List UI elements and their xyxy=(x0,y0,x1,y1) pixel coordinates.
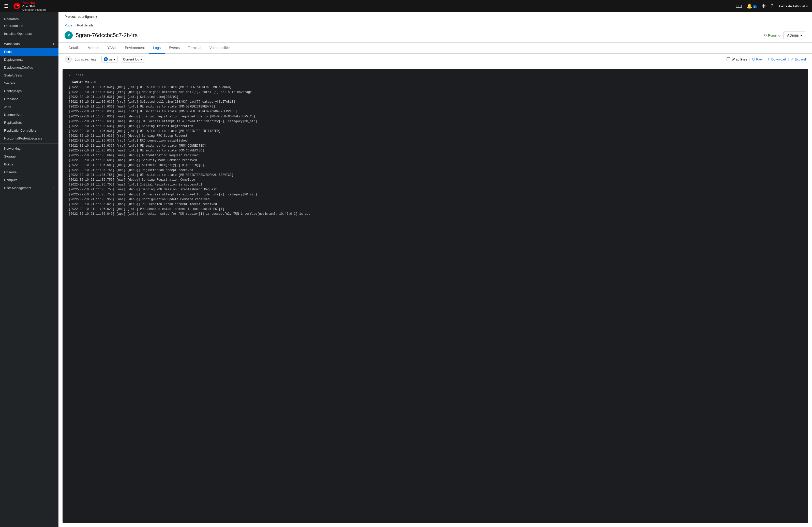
add-icon[interactable]: ✚ xyxy=(762,3,766,9)
tab-environment[interactable]: Environment xyxy=(121,43,149,54)
sidebar-section-user-management[interactable]: User Management › xyxy=(0,184,58,192)
sidebar-item-cronjobs[interactable]: CronJobs xyxy=(0,95,58,103)
log-line: [2022-02-10 21:11:05.755] [nas] [debug] … xyxy=(69,192,802,197)
container-select[interactable]: C ue ▾ xyxy=(101,56,117,62)
sidebar-section-networking[interactable]: Networking › xyxy=(0,145,58,152)
sidebar-item-label: Secrets xyxy=(4,81,15,85)
sidebar-item-configmaps[interactable]: ConfigMaps xyxy=(0,87,58,95)
user-menu[interactable]: Alexis de Talhouët ▾ xyxy=(779,4,808,8)
raw-label: Raw xyxy=(756,57,763,61)
download-icon: ⬇ xyxy=(768,57,770,61)
sidebar-item-daemonsets[interactable]: DaemonSets xyxy=(0,111,58,119)
log-line-count: 28 lines xyxy=(69,73,802,78)
tab-logs[interactable]: Logs xyxy=(149,43,165,54)
log-line: [2022-02-10 21:11:05.755] [nas] [debug] … xyxy=(69,178,802,182)
project-bar: Project: open5gran ▾ xyxy=(58,12,812,21)
pause-streaming-button[interactable]: ⏸ xyxy=(64,56,72,63)
content-area: Project: open5gran ▾ Pods > Pod details … xyxy=(58,12,812,527)
hamburger-menu-icon[interactable]: ☰ xyxy=(4,3,8,9)
actions-label: Actions xyxy=(787,33,799,38)
tab-metrics[interactable]: Metrics xyxy=(84,43,103,54)
sidebar-section-compute[interactable]: Compute › xyxy=(0,176,58,184)
log-toolbar: ⏸ Log streaming... C ue ▾ Current log ▾ … xyxy=(58,54,812,65)
sidebar-section-observe[interactable]: Observe › xyxy=(0,168,58,176)
user-name: Alexis de Talhouët xyxy=(779,4,805,8)
pause-icon: ⏸ xyxy=(67,57,70,61)
separator-3: | xyxy=(788,57,789,61)
log-line: [2022-02-10 21:11:05.755] [nas] [debug] … xyxy=(69,168,802,173)
sidebar-item-replicationcontrollers[interactable]: ReplicationControllers xyxy=(0,127,58,134)
user-management-arrow: › xyxy=(53,186,54,190)
sidebar-item-hpa[interactable]: HorizontalPodAutoscalers xyxy=(0,134,58,142)
sidebar-section-storage[interactable]: Storage › xyxy=(0,152,58,160)
networking-arrow: › xyxy=(53,147,54,150)
log-output-container[interactable]: 28 lines UERANSIM v3.2.6[2022-02-10 21:1… xyxy=(62,69,808,523)
sidebar-item-secrets[interactable]: Secrets xyxy=(0,79,58,87)
download-button[interactable]: ⬇ Download xyxy=(768,57,786,61)
raw-button[interactable]: ⬡ Raw xyxy=(752,57,763,61)
log-line: [2022-02-10 21:11:06.029] [nas] [debug] … xyxy=(69,202,802,207)
actions-button[interactable]: Actions ▾ xyxy=(783,31,806,39)
observe-label: Observe xyxy=(4,170,16,174)
sidebar-item-installed-operators[interactable]: Installed Operators xyxy=(0,30,58,38)
log-streaming-label: Log streaming... xyxy=(75,57,98,61)
log-line: [2022-02-10 21:11:05.636] [rrc] [info] S… xyxy=(69,100,802,104)
builds-arrow: › xyxy=(53,163,54,166)
pod-type-icon: P xyxy=(64,31,73,39)
wrap-lines-label: Wrap lines xyxy=(732,57,747,61)
status-text: Running xyxy=(768,33,780,38)
tabs-bar: Details Metrics YAML Environment Logs Ev… xyxy=(58,43,812,54)
sidebar-item-deploymentconfigs[interactable]: DeploymentConfigs xyxy=(0,63,58,71)
actions-dropdown-arrow: ▾ xyxy=(800,33,802,38)
storage-arrow: › xyxy=(53,155,54,158)
help-icon[interactable]: ? xyxy=(771,3,773,9)
log-line: [2022-02-10 21:11:05.956] [nas] [debug] … xyxy=(69,197,802,202)
tab-vulnerabilities[interactable]: Vulnerabilities xyxy=(205,43,236,54)
breadcrumb-pods-link[interactable]: Pods xyxy=(64,24,72,27)
sidebar-item-label: CronJobs xyxy=(4,97,18,101)
page-title: 5gran-76dccbc5c7-2h4rs xyxy=(76,32,759,39)
sidebar-item-label: HorizontalPodAutoscalers xyxy=(4,136,42,140)
separator-2: | xyxy=(765,57,765,61)
sidebar-item-deployments[interactable]: Deployments xyxy=(0,56,58,63)
sidebar-item-pods[interactable]: Pods xyxy=(0,48,58,56)
brand-product: OpenShift xyxy=(23,5,46,8)
tab-terminal[interactable]: Terminal xyxy=(184,43,205,54)
expand-label: Expand xyxy=(795,57,806,61)
sidebar-item-statefulsets[interactable]: StatefulSets xyxy=(0,71,58,79)
svg-point-3 xyxy=(17,4,18,6)
tab-details[interactable]: Details xyxy=(64,43,84,54)
container-icon: C xyxy=(104,57,108,61)
log-line: [2022-02-10 21:11:05.637] [nas] [info] U… xyxy=(69,148,802,153)
log-type-arrow: ▾ xyxy=(140,57,142,61)
expand-button[interactable]: ⤢ Expand xyxy=(791,57,806,61)
tab-events[interactable]: Events xyxy=(165,43,184,54)
sidebar-item-label: OperatorHub xyxy=(4,24,23,28)
user-management-label: User Management xyxy=(4,186,31,190)
project-dropdown-arrow[interactable]: ▾ xyxy=(96,15,97,18)
sidebar-section-builds[interactable]: Builds › xyxy=(0,160,58,168)
log-line: [2022-02-10 21:11:05.755] [nas] [info] U… xyxy=(69,173,802,178)
log-line: [2022-02-10 21:11:05.636] [nas] [debug] … xyxy=(69,114,802,119)
log-line: [2022-02-10 21:11:05.681] [nas] [debug] … xyxy=(69,163,802,168)
apps-grid-icon[interactable]: □□ xyxy=(736,3,742,9)
log-line: UERANSIM v3.2.6 xyxy=(69,80,802,85)
log-line: [2022-02-10 21:11:05.755] [nas] [debug] … xyxy=(69,187,802,192)
sidebar-section-workloads[interactable]: Workloads ▾ xyxy=(0,40,58,48)
wrap-lines-checkbox[interactable] xyxy=(727,57,730,61)
log-line: [2022-02-10 21:11:05.681] [nas] [debug] … xyxy=(69,158,802,163)
sidebar-item-replicasets[interactable]: ReplicaSets xyxy=(0,119,58,127)
log-line: [2022-02-10 21:11:05.636] [nas] [info] U… xyxy=(69,129,802,134)
log-type-select[interactable]: Current log ▾ xyxy=(121,56,144,62)
download-label: Download xyxy=(771,57,786,61)
observe-arrow: › xyxy=(53,171,54,174)
redhat-logo-icon xyxy=(13,2,20,10)
sidebar-item-jobs[interactable]: Jobs xyxy=(0,103,58,111)
log-line: [2022-02-10 21:11:05.636] [nas] [info] U… xyxy=(69,109,802,114)
log-line: [2022-02-10 21:11:05.664] [nas] [debug] … xyxy=(69,153,802,158)
project-label: Project: xyxy=(64,15,76,18)
log-line: [2022-02-10 21:11:05.636] [rrc] [debug] … xyxy=(69,134,802,138)
notifications-icon[interactable]: 🔔3 xyxy=(746,3,757,9)
sidebar-item-operatorhub[interactable]: OperatorHub xyxy=(0,22,58,30)
tab-yaml[interactable]: YAML xyxy=(103,43,121,54)
